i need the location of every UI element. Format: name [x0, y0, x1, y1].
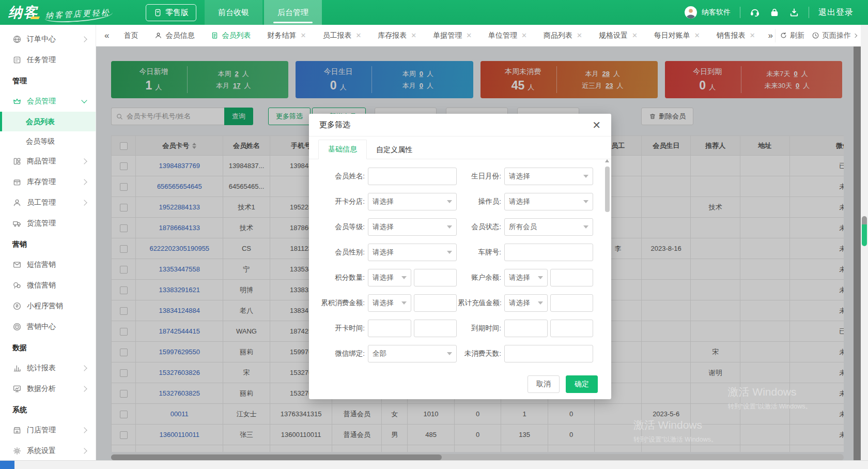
tab-会员信息[interactable]: 会员信息	[146, 25, 203, 47]
sidebar-item-wechat-marketing[interactable]: 微信营销	[0, 275, 96, 296]
select-field[interactable]: 请选择	[504, 168, 593, 185]
select-field[interactable]: 全部	[368, 345, 457, 362]
sidebar-section-label: 管理	[0, 70, 96, 91]
modal-form-row: 会员性别:请选择车牌号:	[318, 244, 604, 261]
close-icon[interactable]: ✕	[592, 120, 601, 130]
logout-button[interactable]: 退出登录	[818, 7, 854, 18]
tab-close-icon[interactable]: ✕	[694, 32, 700, 39]
sidebar-item-goods-manage[interactable]: 商品管理	[0, 151, 96, 172]
page-horizontal-scrollbar[interactable]	[0, 460, 868, 469]
edition-badge-icon	[153, 8, 162, 17]
tab-close-icon[interactable]: ✕	[577, 32, 582, 39]
select-field[interactable]: 所有会员	[504, 218, 593, 236]
sidebar-subitem-会员列表[interactable]: 会员列表	[0, 112, 96, 131]
text-input[interactable]	[414, 294, 457, 312]
tab-close-icon[interactable]: ✕	[632, 32, 638, 39]
tab-规格设置[interactable]: 规格设置 ✕	[591, 25, 646, 47]
field-label: 账户余额:	[458, 273, 504, 282]
select-field[interactable]: 请选择	[504, 269, 548, 286]
sidebar-item-stock-manage[interactable]: 库存管理	[0, 172, 96, 192]
tab-商品列表[interactable]: 商品列表 ✕	[535, 25, 591, 47]
select-value: 请选择	[509, 172, 530, 181]
sidebar-item-miniapp-marketing[interactable]: 小程序营销	[0, 296, 96, 316]
tab-label: 首页	[123, 31, 138, 40]
modal-tab-基础信息[interactable]: 基础信息	[318, 140, 367, 159]
download-icon[interactable]	[789, 7, 799, 18]
text-input[interactable]	[414, 320, 457, 337]
tab-每日对账单[interactable]: 每日对账单 ✕	[646, 25, 708, 47]
sidebar-item-store-manage[interactable]: 门店管理	[0, 420, 96, 441]
select-field[interactable]: 请选择	[368, 193, 457, 210]
edition-button[interactable]: 零售版	[146, 4, 196, 21]
select-field[interactable]: 请选择	[368, 269, 411, 286]
select-field[interactable]: 请选择	[368, 294, 411, 312]
user-menu[interactable]: 纳客软件	[684, 6, 731, 19]
tab-close-icon[interactable]: ✕	[355, 32, 361, 39]
tab-close-icon[interactable]: ✕	[521, 32, 527, 39]
tab-库存报表[interactable]: 库存报表 ✕	[369, 25, 425, 47]
sidebar-item-member-manage[interactable]: 会员管理	[0, 91, 96, 112]
sidebar-item-order-center[interactable]: 订单中心	[0, 29, 96, 50]
header-nav-前台收银[interactable]: 前台收银	[205, 0, 262, 25]
lock-icon[interactable]	[769, 7, 780, 18]
sidebar-item-system-settings[interactable]: 系统设置	[0, 441, 96, 460]
sidebar-item-label: 微信营销	[27, 281, 82, 290]
select-field[interactable]: 请选择	[368, 244, 457, 261]
page-vertical-scrollbar[interactable]	[861, 25, 868, 460]
select-value: 请选择	[373, 273, 394, 282]
text-input[interactable]	[550, 269, 593, 286]
text-input[interactable]	[368, 168, 457, 185]
sidebar-section-label: 数据	[0, 337, 96, 358]
tabs-collapse-right-icon[interactable]: »	[768, 31, 775, 41]
tab-单据管理[interactable]: 单据管理 ✕	[425, 25, 480, 47]
sidebar-item-label: 库存管理	[27, 177, 82, 187]
sidebar-item-staff-manage[interactable]: 员工管理	[0, 192, 96, 213]
text-input[interactable]	[368, 320, 411, 337]
chevron-icon	[81, 158, 87, 164]
tab-销售报表[interactable]: 销售报表 ✕	[708, 25, 764, 47]
sidebar-item-sms-marketing[interactable]: 短信营销	[0, 254, 96, 275]
sidebar-subitem-会员等级[interactable]: 会员等级	[0, 131, 96, 151]
tab-首页[interactable]: 首页	[115, 25, 146, 47]
modal-tab-自定义属性[interactable]: 自定义属性	[367, 141, 422, 159]
text-input[interactable]	[414, 269, 457, 286]
support-headset-icon[interactable]	[750, 7, 760, 18]
sidebar-item-task-manage[interactable]: 任务管理	[0, 50, 96, 70]
sidebar-item-data-analysis[interactable]: 数据分析	[0, 379, 96, 399]
tab-close-icon[interactable]: ✕	[466, 32, 472, 39]
select-field[interactable]: 请选择	[504, 294, 548, 312]
field-label: 会员状态:	[458, 222, 504, 232]
text-input[interactable]	[504, 320, 548, 337]
tab-close-icon[interactable]: ✕	[300, 32, 306, 39]
logo: 纳客 纳客管店更轻松	[0, 1, 120, 24]
caret-down-icon	[401, 301, 407, 305]
sidebar-item-marketing-center[interactable]: 营销中心	[0, 316, 96, 337]
modal-scrollbar[interactable]	[605, 163, 610, 365]
text-input[interactable]	[550, 320, 593, 337]
tab-close-icon[interactable]: ✕	[750, 32, 755, 39]
page-scrollbar-thumb[interactable]	[862, 216, 867, 246]
sidebar-menu: 订单中心 任务管理 管理 会员管理 会员列表会员等级 商品管理 库存管理 员工管…	[0, 29, 96, 460]
text-input[interactable]	[504, 345, 593, 362]
select-field[interactable]: 请选择	[504, 193, 593, 210]
scroll-up-icon[interactable]	[605, 159, 609, 162]
modal-scrollbar-thumb[interactable]	[605, 167, 610, 212]
refresh-button[interactable]: 刷新	[780, 31, 804, 40]
tab-close-icon[interactable]: ✕	[411, 32, 416, 39]
chevron-icon	[81, 448, 87, 453]
tab-会员列表[interactable]: 会员列表	[203, 25, 259, 47]
page-operations-button[interactable]: 页面操作	[812, 31, 859, 40]
text-input[interactable]	[504, 244, 593, 261]
tab-员工报表[interactable]: 员工报表 ✕	[314, 25, 369, 47]
tabs-collapse-left-icon[interactable]: «	[96, 31, 115, 41]
header-nav-后台管理[interactable]: 后台管理	[264, 0, 322, 25]
sidebar-item-stat-report[interactable]: 统计报表	[0, 358, 96, 379]
select-field[interactable]: 请选择	[368, 218, 457, 236]
cancel-button[interactable]: 取消	[528, 375, 560, 393]
bottom-left-blue-block[interactable]	[0, 461, 14, 469]
tab-财务结算[interactable]: 财务结算 ✕	[259, 25, 314, 47]
tab-单位管理[interactable]: 单位管理 ✕	[480, 25, 535, 47]
sidebar-item-logistics-manage[interactable]: 货流管理	[0, 213, 96, 234]
confirm-button[interactable]: 确定	[566, 375, 598, 393]
text-input[interactable]	[550, 294, 593, 312]
